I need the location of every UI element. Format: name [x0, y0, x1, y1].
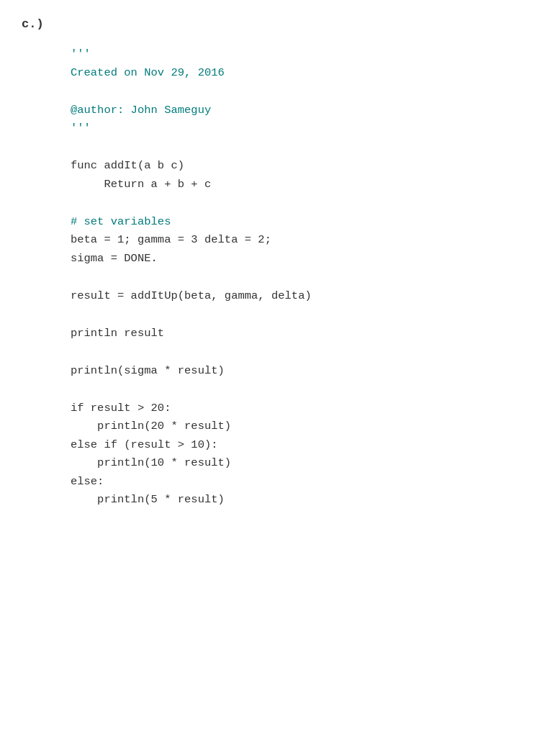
code-line-else-line: else:	[50, 473, 538, 492]
code-line-if-line: if result > 20:	[50, 399, 538, 418]
code-line-sigma-line: sigma = DONE.	[50, 250, 538, 268]
code-line-println-5: println(5 * result)	[50, 491, 538, 510]
code-line-triple-quote-open: '''	[50, 45, 538, 64]
code-line-result-line: result = addItUp(beta, gamma, delta)	[50, 287, 538, 306]
code-line-else-if-line: else if (result > 10):	[50, 436, 538, 455]
blank-line	[50, 380, 538, 399]
code-line-println-20: println(20 * result)	[50, 417, 538, 436]
blank-line	[50, 138, 538, 157]
code-container: c.) ''' Created on Nov 29, 2016 @author:…	[22, 14, 538, 510]
blank-line	[50, 343, 538, 361]
code-block: ''' Created on Nov 29, 2016 @author: Joh…	[22, 45, 538, 510]
code-line-beta-line: beta = 1; gamma = 3 delta = 2;	[50, 231, 538, 250]
code-line-println-result: println result	[50, 325, 538, 343]
blank-line	[50, 82, 538, 101]
code-line-println-10: println(10 * result)	[50, 454, 538, 473]
code-line-println-sigma: println(sigma * result)	[50, 362, 538, 381]
code-line-triple-quote-close: '''	[50, 119, 538, 138]
blank-line	[50, 268, 538, 286]
code-line-return-line: Return a + b + c	[50, 176, 538, 194]
header-label: c.)	[22, 14, 538, 34]
blank-line	[50, 194, 538, 212]
code-line-author-line: @author: John Sameguy	[50, 101, 538, 120]
code-line-func-def: func addIt(a b c)	[50, 157, 538, 176]
blank-line	[50, 305, 538, 324]
code-line-comment-line: # set variables	[50, 213, 538, 232]
code-line-created-line: Created on Nov 29, 2016	[50, 64, 538, 83]
